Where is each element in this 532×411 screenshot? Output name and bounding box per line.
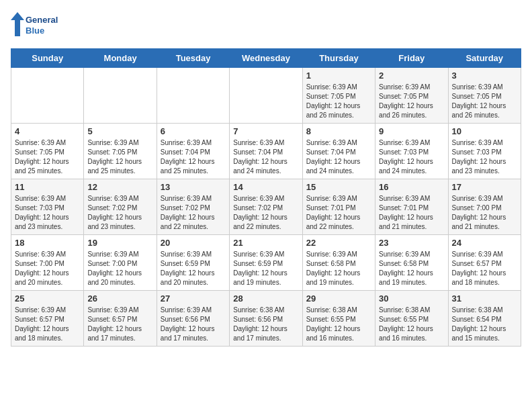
calendar-cell: 17Sunrise: 6:39 AM Sunset: 7:00 PM Dayli… <box>448 179 521 235</box>
day-number: 2 <box>379 71 444 81</box>
calendar-cell: 20Sunrise: 6:39 AM Sunset: 6:59 PM Dayli… <box>157 235 229 291</box>
day-number: 19 <box>87 238 152 248</box>
day-number: 12 <box>87 182 152 192</box>
calendar-cell: 15Sunrise: 6:39 AM Sunset: 7:01 PM Dayli… <box>302 179 375 235</box>
calendar-cell: 25Sunrise: 6:39 AM Sunset: 6:57 PM Dayli… <box>11 291 84 347</box>
day-info: Sunrise: 6:39 AM Sunset: 6:57 PM Dayligh… <box>452 250 517 287</box>
calendar-week: 1Sunrise: 6:39 AM Sunset: 7:05 PM Daylig… <box>11 68 521 124</box>
weekday-header: Saturday <box>448 49 521 68</box>
weekday-header: Monday <box>84 49 157 68</box>
calendar-week: 25Sunrise: 6:39 AM Sunset: 6:57 PM Dayli… <box>11 291 521 347</box>
day-info: Sunrise: 6:39 AM Sunset: 6:58 PM Dayligh… <box>306 250 371 287</box>
day-info: Sunrise: 6:39 AM Sunset: 7:01 PM Dayligh… <box>306 194 371 232</box>
calendar-cell: 11Sunrise: 6:39 AM Sunset: 7:03 PM Dayli… <box>11 179 84 235</box>
day-info: Sunrise: 6:39 AM Sunset: 6:59 PM Dayligh… <box>233 250 298 287</box>
calendar-cell: 13Sunrise: 6:39 AM Sunset: 7:02 PM Dayli… <box>157 179 229 235</box>
calendar-cell: 9Sunrise: 6:39 AM Sunset: 7:03 PM Daylig… <box>375 124 448 179</box>
calendar-week: 11Sunrise: 6:39 AM Sunset: 7:03 PM Dayli… <box>11 179 521 235</box>
calendar-cell: 31Sunrise: 6:38 AM Sunset: 6:54 PM Dayli… <box>448 291 521 347</box>
day-number: 31 <box>452 293 517 304</box>
day-number: 9 <box>379 126 444 136</box>
day-number: 23 <box>379 238 444 248</box>
day-number: 18 <box>15 238 80 248</box>
weekday-header: Friday <box>375 49 448 68</box>
calendar-cell: 26Sunrise: 6:39 AM Sunset: 6:57 PM Dayli… <box>84 291 157 347</box>
day-number: 20 <box>161 238 226 248</box>
calendar-cell: 23Sunrise: 6:39 AM Sunset: 6:58 PM Dayli… <box>375 235 448 291</box>
calendar-table: SundayMondayTuesdayWednesdayThursdayFrid… <box>11 48 521 347</box>
calendar-body: 1Sunrise: 6:39 AM Sunset: 7:05 PM Daylig… <box>11 68 521 347</box>
day-info: Sunrise: 6:39 AM Sunset: 7:05 PM Dayligh… <box>379 83 444 120</box>
day-info: Sunrise: 6:39 AM Sunset: 6:59 PM Dayligh… <box>161 250 226 287</box>
calendar-cell: 10Sunrise: 6:39 AM Sunset: 7:03 PM Dayli… <box>448 124 521 179</box>
day-info: Sunrise: 6:38 AM Sunset: 6:54 PM Dayligh… <box>452 306 517 343</box>
calendar-cell: 28Sunrise: 6:38 AM Sunset: 6:56 PM Dayli… <box>230 291 302 347</box>
day-info: Sunrise: 6:39 AM Sunset: 7:05 PM Dayligh… <box>452 83 517 120</box>
day-info: Sunrise: 6:39 AM Sunset: 7:05 PM Dayligh… <box>87 138 152 176</box>
calendar-header: SundayMondayTuesdayWednesdayThursdayFrid… <box>11 49 521 68</box>
day-number: 29 <box>306 293 371 304</box>
day-info: Sunrise: 6:39 AM Sunset: 7:05 PM Dayligh… <box>306 83 371 120</box>
day-info: Sunrise: 6:39 AM Sunset: 7:03 PM Dayligh… <box>379 138 444 176</box>
day-info: Sunrise: 6:39 AM Sunset: 7:00 PM Dayligh… <box>452 194 517 232</box>
logo-svg: General Blue <box>11 11 64 40</box>
calendar-cell <box>157 68 229 124</box>
day-number: 4 <box>15 126 80 136</box>
day-number: 6 <box>161 126 226 136</box>
day-number: 14 <box>233 182 298 192</box>
calendar-week: 18Sunrise: 6:39 AM Sunset: 7:00 PM Dayli… <box>11 235 521 291</box>
day-number: 17 <box>452 182 517 192</box>
calendar-cell: 29Sunrise: 6:38 AM Sunset: 6:55 PM Dayli… <box>302 291 375 347</box>
calendar-cell: 1Sunrise: 6:39 AM Sunset: 7:05 PM Daylig… <box>302 68 375 124</box>
calendar-cell: 7Sunrise: 6:39 AM Sunset: 7:04 PM Daylig… <box>230 124 302 179</box>
page-header: General Blue <box>11 11 521 40</box>
calendar-cell: 8Sunrise: 6:39 AM Sunset: 7:04 PM Daylig… <box>302 124 375 179</box>
day-number: 3 <box>452 71 517 81</box>
day-info: Sunrise: 6:39 AM Sunset: 6:58 PM Dayligh… <box>379 250 444 287</box>
day-info: Sunrise: 6:39 AM Sunset: 7:00 PM Dayligh… <box>87 250 152 287</box>
day-number: 26 <box>87 293 152 304</box>
day-number: 24 <box>452 238 517 248</box>
day-info: Sunrise: 6:39 AM Sunset: 7:03 PM Dayligh… <box>15 194 80 232</box>
day-info: Sunrise: 6:39 AM Sunset: 7:04 PM Dayligh… <box>233 138 298 176</box>
day-info: Sunrise: 6:39 AM Sunset: 7:02 PM Dayligh… <box>161 194 226 232</box>
calendar-cell: 19Sunrise: 6:39 AM Sunset: 7:00 PM Dayli… <box>84 235 157 291</box>
logo: General Blue <box>11 11 64 40</box>
calendar-cell: 24Sunrise: 6:39 AM Sunset: 6:57 PM Dayli… <box>448 235 521 291</box>
calendar-cell: 30Sunrise: 6:38 AM Sunset: 6:55 PM Dayli… <box>375 291 448 347</box>
day-number: 1 <box>306 71 371 81</box>
day-number: 7 <box>233 126 298 136</box>
calendar-cell: 2Sunrise: 6:39 AM Sunset: 7:05 PM Daylig… <box>375 68 448 124</box>
svg-text:Blue: Blue <box>26 26 44 36</box>
calendar-cell <box>84 68 157 124</box>
day-info: Sunrise: 6:39 AM Sunset: 7:05 PM Dayligh… <box>15 138 80 176</box>
day-number: 21 <box>233 238 298 248</box>
calendar-cell: 3Sunrise: 6:39 AM Sunset: 7:05 PM Daylig… <box>448 68 521 124</box>
calendar-cell: 4Sunrise: 6:39 AM Sunset: 7:05 PM Daylig… <box>11 124 84 179</box>
calendar-cell: 6Sunrise: 6:39 AM Sunset: 7:04 PM Daylig… <box>157 124 229 179</box>
calendar-cell: 16Sunrise: 6:39 AM Sunset: 7:01 PM Dayli… <box>375 179 448 235</box>
svg-text:General: General <box>26 15 58 25</box>
calendar-cell: 12Sunrise: 6:39 AM Sunset: 7:02 PM Dayli… <box>84 179 157 235</box>
calendar-week: 4Sunrise: 6:39 AM Sunset: 7:05 PM Daylig… <box>11 124 521 179</box>
header-row: SundayMondayTuesdayWednesdayThursdayFrid… <box>11 49 521 68</box>
day-info: Sunrise: 6:38 AM Sunset: 6:55 PM Dayligh… <box>379 306 444 343</box>
calendar-cell: 22Sunrise: 6:39 AM Sunset: 6:58 PM Dayli… <box>302 235 375 291</box>
day-info: Sunrise: 6:39 AM Sunset: 6:57 PM Dayligh… <box>87 306 152 343</box>
day-info: Sunrise: 6:39 AM Sunset: 7:04 PM Dayligh… <box>306 138 371 176</box>
weekday-header: Sunday <box>11 49 84 68</box>
day-info: Sunrise: 6:39 AM Sunset: 7:02 PM Dayligh… <box>87 194 152 232</box>
day-number: 11 <box>15 182 80 192</box>
calendar-cell: 5Sunrise: 6:39 AM Sunset: 7:05 PM Daylig… <box>84 124 157 179</box>
calendar-cell <box>11 68 84 124</box>
day-info: Sunrise: 6:39 AM Sunset: 7:03 PM Dayligh… <box>452 138 517 176</box>
day-info: Sunrise: 6:39 AM Sunset: 6:57 PM Dayligh… <box>15 306 80 343</box>
day-info: Sunrise: 6:39 AM Sunset: 7:02 PM Dayligh… <box>233 194 298 232</box>
day-number: 13 <box>161 182 226 192</box>
calendar-cell <box>230 68 302 124</box>
day-number: 25 <box>15 293 80 304</box>
day-info: Sunrise: 6:39 AM Sunset: 6:56 PM Dayligh… <box>161 306 226 343</box>
day-info: Sunrise: 6:38 AM Sunset: 6:56 PM Dayligh… <box>233 306 298 343</box>
day-info: Sunrise: 6:39 AM Sunset: 7:04 PM Dayligh… <box>161 138 226 176</box>
weekday-header: Wednesday <box>230 49 302 68</box>
